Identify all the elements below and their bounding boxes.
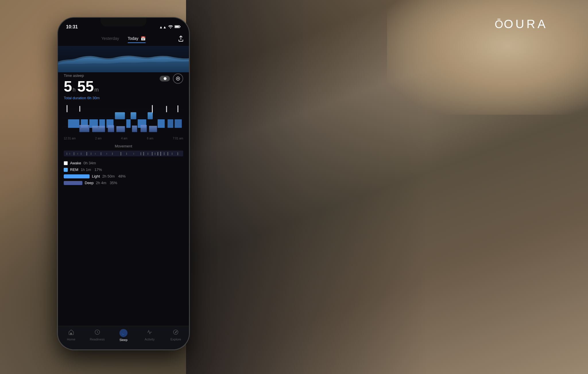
tab-yesterday[interactable]: Yesterday xyxy=(101,36,119,43)
sleep-minutes: 55 xyxy=(77,79,94,94)
svg-rect-14 xyxy=(131,112,136,119)
time-labels: 12:31 am 2 am 4 am 6 am 7:01 am xyxy=(64,137,183,140)
sleep-hours: 5 xyxy=(64,79,72,94)
deep-duration: 2h 4m xyxy=(96,181,106,185)
legend-light: Light 2h 50m 48% xyxy=(64,174,183,178)
svg-rect-16 xyxy=(68,119,80,128)
svg-rect-40 xyxy=(95,153,96,155)
wave-svg xyxy=(58,46,189,72)
svg-rect-13 xyxy=(115,112,125,119)
nav-activity-label: Activity xyxy=(145,338,155,341)
movement-svg xyxy=(64,151,183,156)
svg-rect-49 xyxy=(148,153,148,155)
rem-percent: 17% xyxy=(94,167,102,172)
background-photo xyxy=(186,0,588,374)
svg-rect-23 xyxy=(158,119,165,128)
svg-rect-45 xyxy=(126,153,127,155)
status-time: 10:31 xyxy=(66,24,78,30)
minutes-unit: m xyxy=(94,87,99,93)
nav-home[interactable]: Home xyxy=(61,329,81,341)
rem-duration: 1h 1m xyxy=(81,167,91,172)
svg-rect-29 xyxy=(140,125,147,132)
time-label-3: 6 am xyxy=(147,137,153,140)
movement-title: Movement xyxy=(64,144,183,148)
nav-activity[interactable]: Activity xyxy=(140,329,160,341)
awake-duration: 0h 34m xyxy=(84,161,96,165)
phone-screen: 10:31 ▲▲ xyxy=(58,18,189,349)
svg-rect-11 xyxy=(166,106,167,112)
svg-rect-33 xyxy=(67,153,67,155)
time-label-1: 2 am xyxy=(95,137,102,140)
control-icons xyxy=(160,73,183,84)
svg-rect-44 xyxy=(121,152,121,155)
nav-home-label: Home xyxy=(67,338,75,341)
svg-rect-2 xyxy=(180,26,181,27)
wifi-icon xyxy=(168,25,173,29)
svg-rect-35 xyxy=(74,152,74,155)
sleep-legend: Awake 0h 34m REM 1h 1m 17% xyxy=(64,161,183,185)
svg-rect-50 xyxy=(152,152,152,155)
svg-rect-47 xyxy=(140,152,141,155)
nav-explore[interactable]: Explore xyxy=(166,329,186,341)
main-content: Time asleep 5 h 55 m xyxy=(58,73,189,326)
svg-rect-21 xyxy=(126,119,131,128)
svg-rect-39 xyxy=(91,153,91,155)
awake-color xyxy=(64,161,68,165)
nav-readiness[interactable]: Readiness xyxy=(87,329,107,341)
svg-rect-8 xyxy=(67,105,67,112)
activity-icon xyxy=(146,329,153,336)
nav-sleep-label: Sleep xyxy=(119,338,127,342)
phone-notch xyxy=(100,18,146,26)
svg-rect-56 xyxy=(172,153,172,155)
svg-rect-54 xyxy=(164,152,165,155)
light-duration: 2h 50m xyxy=(102,174,115,178)
svg-rect-55 xyxy=(168,152,168,155)
svg-rect-10 xyxy=(152,105,153,113)
time-asleep-section: Time asleep 5 h 55 m xyxy=(64,73,183,100)
svg-rect-15 xyxy=(148,112,153,119)
movement-section: Movement xyxy=(64,144,183,156)
svg-rect-12 xyxy=(177,105,178,112)
svg-rect-28 xyxy=(132,126,137,132)
bottom-nav: Home Readiness xyxy=(58,326,189,349)
light-percent: 48% xyxy=(118,174,126,178)
legend-rem: REM 1h 1m 17% xyxy=(64,167,183,172)
add-button[interactable] xyxy=(173,73,183,84)
svg-rect-25 xyxy=(92,126,105,132)
svg-rect-36 xyxy=(78,153,78,155)
svg-rect-37 xyxy=(81,153,81,155)
svg-rect-24 xyxy=(79,125,89,132)
sleep-icon xyxy=(119,329,127,337)
deep-percent: 35% xyxy=(110,181,117,185)
svg-rect-43 xyxy=(112,153,113,155)
toggle-button[interactable] xyxy=(160,76,170,81)
status-icons: ▲▲ xyxy=(159,25,181,29)
svg-point-0 xyxy=(170,28,171,28)
svg-rect-31 xyxy=(168,119,173,128)
svg-rect-42 xyxy=(107,153,107,155)
date-tabs: Yesterday Today 📅 xyxy=(58,36,189,43)
home-icon xyxy=(68,329,74,336)
svg-rect-46 xyxy=(134,153,134,155)
svg-rect-41 xyxy=(101,152,101,155)
svg-rect-3 xyxy=(175,26,179,27)
svg-rect-38 xyxy=(86,152,87,155)
sleep-stages-chart xyxy=(64,104,183,135)
signal-icon: ▲▲ xyxy=(159,25,167,29)
awake-label: Awake xyxy=(70,161,81,165)
svg-rect-51 xyxy=(155,153,155,155)
light-label: Light xyxy=(92,174,100,178)
deep-label: Deep xyxy=(85,181,94,185)
deep-color-bar xyxy=(64,181,82,185)
nav-explore-label: Explore xyxy=(171,338,181,341)
svg-rect-9 xyxy=(79,106,80,112)
sleep-wave-chart xyxy=(58,46,189,72)
svg-rect-52 xyxy=(158,152,158,155)
tab-today[interactable]: Today 📅 xyxy=(128,36,146,43)
legend-awake: Awake 0h 34m xyxy=(64,161,183,165)
nav-sleep[interactable]: Sleep xyxy=(113,329,134,342)
svg-rect-32 xyxy=(175,119,182,128)
svg-rect-26 xyxy=(108,125,114,132)
rem-color xyxy=(64,168,68,172)
hours-unit: h xyxy=(73,87,76,93)
